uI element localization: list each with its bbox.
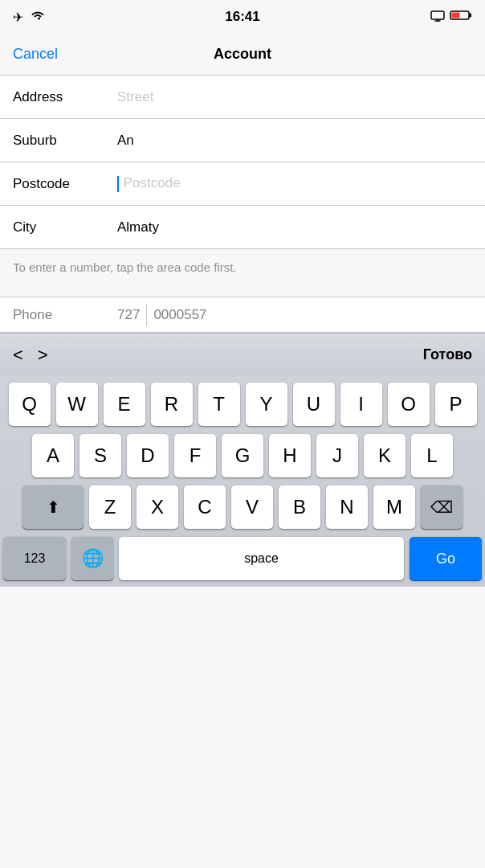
key-x[interactable]: X [137,485,178,529]
phone-area-code[interactable]: 727 [117,307,140,323]
postcode-field[interactable]: Postcode [117,175,472,192]
key-e[interactable]: E [104,383,145,426]
globe-key[interactable]: 🌐 [71,537,113,580]
keyboard-toolbar: < > Готово [0,333,485,376]
key-s[interactable]: S [79,434,121,477]
city-label: City [13,219,117,235]
keyboard-bottom-row: 123 🌐 space Go [3,537,482,580]
key-k[interactable]: K [364,434,406,477]
phone-number[interactable]: 0000557 [153,307,206,323]
prev-field-button[interactable]: < [13,345,23,366]
go-key[interactable]: Go [410,537,482,580]
key-n[interactable]: N [326,485,368,529]
city-field[interactable]: Almaty [117,219,472,235]
phone-label: Phone [13,307,117,323]
key-i[interactable]: I [340,383,382,426]
svg-rect-3 [470,14,472,18]
shift-key[interactable]: ⬆ [22,485,84,529]
form-container: Address Street Suburb An Postcode Postco… [0,76,485,249]
done-button[interactable]: Готово [423,346,472,363]
key-w[interactable]: W [56,383,98,426]
status-bar: ✈ 16:41 [0,0,485,34]
wifi-icon [30,10,46,24]
next-field-button[interactable]: > [38,345,48,366]
suburb-row[interactable]: Suburb An [0,119,485,162]
cancel-button[interactable]: Cancel [13,46,58,63]
keyboard-row-2: A S D F G H J K L [3,434,482,477]
phone-divider [146,304,147,326]
nav-title: Account [214,46,271,63]
key-l[interactable]: L [411,434,453,477]
key-h[interactable]: H [269,434,311,477]
svg-rect-0 [431,11,444,19]
key-d[interactable]: D [127,434,169,477]
key-f[interactable]: F [174,434,216,477]
hint-text: To enter a number, tap the area code fir… [13,260,237,274]
toolbar-nav: < > [13,345,48,366]
suburb-label: Suburb [13,133,117,149]
suburb-field[interactable]: An [117,133,472,149]
keyboard-row-3: ⬆ Z X C V B N M ⌫ [3,485,482,529]
address-row[interactable]: Address Street [0,76,485,119]
key-m[interactable]: M [373,485,415,529]
key-b[interactable]: B [279,485,320,529]
airplane-icon: ✈ [13,10,23,25]
key-q[interactable]: Q [9,383,51,426]
key-z[interactable]: Z [89,485,131,529]
key-t[interactable]: T [198,383,240,426]
key-p[interactable]: P [435,383,477,426]
space-label: space [244,551,279,566]
status-right-icons [430,10,472,24]
key-a[interactable]: A [32,434,74,477]
city-row[interactable]: City Almaty [0,206,485,249]
screen-icon [430,10,445,24]
key-j[interactable]: J [316,434,358,477]
svg-rect-2 [452,13,460,18]
go-label: Go [436,551,455,567]
postcode-row[interactable]: Postcode Postcode [0,162,485,206]
status-time: 16:41 [225,9,259,25]
key-y[interactable]: Y [246,383,287,426]
key-c[interactable]: C [184,485,226,529]
key-g[interactable]: G [222,434,263,477]
phone-row[interactable]: Phone 727 0000557 [0,297,485,333]
battery-icon [450,10,472,24]
key-v[interactable]: V [231,485,273,529]
status-left-icons: ✈ [13,10,46,25]
postcode-label: Postcode [13,176,117,192]
delete-key[interactable]: ⌫ [421,485,463,529]
key-o[interactable]: O [388,383,430,426]
keyboard-row-1: Q W E R T Y U I O P [3,383,482,426]
key-r[interactable]: R [151,383,193,426]
address-field[interactable]: Street [117,89,472,105]
space-key[interactable]: space [119,537,404,580]
hint-box: To enter a number, tap the area code fir… [0,249,485,297]
address-label: Address [13,89,117,105]
keyboard: Q W E R T Y U I O P A S D F G H J K L ⬆ … [0,376,485,587]
nav-bar: Cancel Account [0,34,485,76]
numbers-key[interactable]: 123 [3,537,66,580]
postcode-placeholder: Postcode [124,175,181,190]
key-u[interactable]: U [293,383,335,426]
